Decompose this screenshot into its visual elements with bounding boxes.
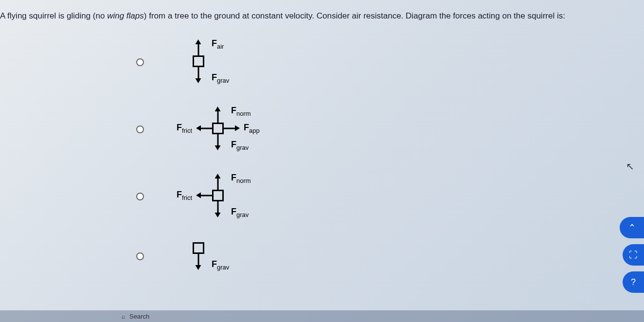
label-f-app: Fapp — [244, 123, 260, 134]
force-box: Fair Fgrav — [193, 55, 204, 67]
radio-option-2[interactable] — [136, 125, 144, 133]
radio-option-1[interactable] — [136, 58, 144, 66]
question-text: A flying squirrel is gliding (no wing fl… — [0, 0, 644, 26]
diagram-3: Fnorm Fgrav Ffrict — [173, 170, 263, 223]
label-f-norm: Fnorm — [231, 173, 251, 184]
diagram-1: Fair Fgrav — [154, 36, 243, 89]
taskbar: ⌕ Search — [0, 310, 644, 322]
arrow-left-icon — [200, 195, 214, 196]
arrow-up-icon — [217, 110, 219, 124]
label-f-norm: Fnorm — [231, 106, 251, 117]
question-part2: ) from a tree to the ground at constant … — [144, 11, 565, 20]
radio-option-4[interactable] — [136, 252, 144, 260]
search-icon: ⌕ — [122, 313, 125, 320]
option-1[interactable]: Fair Fgrav — [136, 36, 644, 89]
cursor-icon: ↖ — [626, 161, 634, 172]
force-box: Fgrav — [193, 242, 204, 254]
help-button[interactable]: ? — [623, 271, 644, 293]
arrow-down-icon — [217, 133, 219, 146]
expand-icon: ⛶ — [629, 250, 638, 260]
options-container: Fair Fgrav Fnorm Fgrav Ffrict Fapp — [136, 36, 644, 275]
force-box: Fnorm Fgrav Ffrict Fapp — [212, 123, 224, 134]
option-3[interactable]: Fnorm Fgrav Ffrict — [136, 170, 644, 223]
arrow-right-icon — [222, 127, 236, 129]
label-f-grav: Fgrav — [231, 207, 249, 218]
label-f-frict: Ffrict — [177, 123, 192, 134]
question-part1: A flying squirrel is gliding (no — [0, 11, 107, 20]
chevron-up-icon: ⌃ — [628, 222, 636, 233]
diagram-2: Fnorm Fgrav Ffrict Fapp — [173, 103, 263, 156]
collapse-button[interactable]: ⌃ — [620, 217, 644, 238]
label-f-grav: Fgrav — [231, 140, 249, 151]
help-icon: ? — [631, 277, 636, 287]
label-f-grav: Fgrav — [212, 72, 229, 84]
arrow-down-icon — [198, 66, 199, 79]
question-italic: wing flaps — [107, 11, 144, 20]
arrow-up-icon — [217, 178, 219, 191]
expand-button[interactable]: ⛶ — [623, 244, 644, 266]
arrow-up-icon — [198, 43, 199, 57]
diagram-4: Fgrav — [154, 237, 243, 275]
label-f-frict: Ffrict — [177, 190, 192, 201]
arrow-down-icon — [198, 252, 199, 266]
radio-option-3[interactable] — [136, 193, 144, 200]
option-4[interactable]: Fgrav — [136, 237, 644, 275]
side-buttons: ⌃ ⛶ ? — [620, 217, 644, 293]
label-f-grav: Fgrav — [212, 259, 229, 271]
force-box: Fnorm Fgrav Ffrict — [212, 190, 224, 201]
arrow-left-icon — [200, 127, 214, 129]
option-2[interactable]: Fnorm Fgrav Ffrict Fapp — [136, 103, 644, 156]
search-placeholder: Search — [129, 313, 149, 320]
arrow-down-icon — [217, 200, 219, 214]
label-f-air: Fair — [212, 38, 224, 50]
taskbar-search[interactable]: ⌕ Search — [122, 313, 149, 320]
